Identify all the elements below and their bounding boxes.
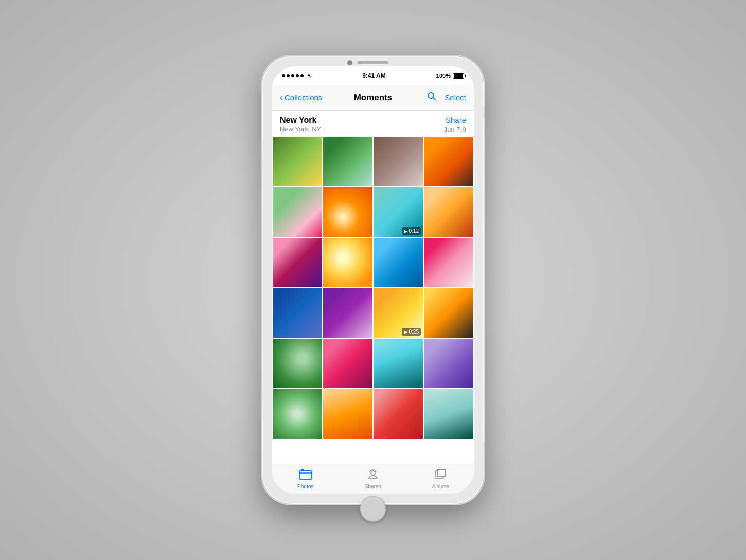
nav-actions: Select <box>427 92 466 103</box>
video-duration: 0:12 <box>409 228 419 234</box>
photo-thumbnail <box>424 339 473 388</box>
video-duration: 0:25 <box>409 329 419 335</box>
photo-cell[interactable] <box>424 187 473 237</box>
svg-rect-3 <box>301 469 304 471</box>
photos-tab-label: Photos <box>297 484 313 489</box>
battery-area: 100% <box>436 73 464 79</box>
signal-dot <box>300 74 304 77</box>
photo-thumbnail <box>273 339 322 388</box>
svg-point-4 <box>371 471 375 475</box>
tab-shared[interactable]: Shared <box>339 468 406 489</box>
photo-cell[interactable] <box>424 288 473 338</box>
photo-cell[interactable] <box>323 288 372 338</box>
photo-thumbnail <box>273 389 322 439</box>
photos-tab-icon <box>299 468 312 483</box>
photo-thumbnail <box>323 389 372 439</box>
photo-thumbnail <box>424 238 473 287</box>
video-duration-badge: ▶0:12 <box>402 227 421 235</box>
albums-tab-label: Albums <box>432 484 449 489</box>
page-title: Moments <box>354 93 393 103</box>
navigation-bar: ‹ Collections Moments Select <box>272 85 474 111</box>
moment-date: Jun 7-9 <box>444 126 466 133</box>
video-camera-icon: ▶ <box>404 329 407 335</box>
svg-rect-2 <box>299 471 312 479</box>
chevron-left-icon: ‹ <box>280 92 283 103</box>
shared-tab-icon <box>367 468 379 483</box>
photo-thumbnail <box>424 389 473 439</box>
photo-cell[interactable] <box>273 137 322 186</box>
photo-thumbnail <box>424 187 473 237</box>
share-button[interactable]: Share <box>444 116 466 125</box>
photo-cell[interactable] <box>273 389 322 439</box>
search-button[interactable] <box>427 92 436 103</box>
moment-sublocation[interactable]: New York, NY › <box>280 125 325 133</box>
photo-cell[interactable] <box>424 389 473 439</box>
photo-cell[interactable] <box>424 137 473 186</box>
photo-thumbnail <box>424 137 473 186</box>
video-camera-icon: ▶ <box>404 229 407 234</box>
photo-cell[interactable] <box>424 339 473 388</box>
photo-thumbnail <box>323 137 372 186</box>
photo-thumbnail <box>374 389 423 439</box>
photo-thumbnail <box>323 288 372 338</box>
moment-city: New York <box>280 116 325 125</box>
moments-content: New York New York, NY › Share Jun 7-9 ▶0… <box>272 111 474 464</box>
tab-photos[interactable]: Photos <box>272 468 339 489</box>
photo-cell[interactable] <box>374 238 423 287</box>
photo-cell[interactable] <box>273 187 322 237</box>
phone-screen: ∿ 9:41 AM 100% ‹ Collections Moments <box>272 66 474 494</box>
svg-rect-6 <box>437 469 446 477</box>
tab-bar: PhotosSharedAlbums <box>272 464 474 494</box>
phone-camera <box>347 60 352 65</box>
battery-icon <box>453 73 464 79</box>
back-label: Collections <box>285 93 322 102</box>
photo-grid: ▶0:12▶0:25 <box>272 137 474 439</box>
home-button[interactable] <box>360 496 386 522</box>
chevron-right-icon: › <box>323 126 325 132</box>
photo-cell[interactable]: ▶0:25 <box>374 288 423 338</box>
photo-cell[interactable] <box>323 187 372 237</box>
photo-thumbnail <box>273 238 322 287</box>
moment-header: New York New York, NY › Share Jun 7-9 <box>272 111 474 137</box>
svg-line-1 <box>433 98 436 100</box>
signal-dot <box>282 74 285 77</box>
status-time: 9:41 AM <box>362 72 386 79</box>
photo-cell[interactable] <box>323 339 372 388</box>
albums-tab-icon <box>434 468 447 483</box>
photo-thumbnail <box>273 288 322 338</box>
signal-dot <box>291 74 294 77</box>
back-button[interactable]: ‹ Collections <box>280 92 322 103</box>
video-duration-badge: ▶0:25 <box>402 328 421 336</box>
battery-fill <box>454 74 463 78</box>
photo-cell[interactable] <box>273 339 322 388</box>
photo-cell[interactable] <box>323 238 372 287</box>
photo-thumbnail <box>424 288 473 338</box>
photo-thumbnail <box>374 339 423 388</box>
photo-thumbnail <box>323 238 372 287</box>
shared-tab-label: Shared <box>365 484 381 489</box>
select-button[interactable]: Select <box>445 93 466 102</box>
wifi-icon: ∿ <box>307 73 312 79</box>
photo-cell[interactable] <box>273 238 322 287</box>
photo-cell[interactable] <box>374 137 423 186</box>
photo-cell[interactable] <box>424 238 473 287</box>
tab-albums[interactable]: Albums <box>407 468 474 489</box>
moment-location: New York New York, NY › <box>280 116 325 133</box>
moment-meta: Share Jun 7-9 <box>444 116 466 134</box>
photo-cell[interactable] <box>323 389 372 439</box>
photo-thumbnail <box>273 187 322 237</box>
signal-area: ∿ <box>282 73 312 79</box>
photo-thumbnail <box>323 187 372 237</box>
photo-thumbnail <box>323 339 372 388</box>
photo-cell[interactable] <box>374 389 423 439</box>
phone-speaker <box>358 61 388 64</box>
photo-thumbnail <box>374 137 423 186</box>
photo-thumbnail <box>273 137 322 186</box>
signal-dot <box>287 74 290 77</box>
photo-cell[interactable] <box>323 137 372 186</box>
photo-cell[interactable]: ▶0:12 <box>374 187 423 237</box>
photo-cell[interactable] <box>273 288 322 338</box>
photo-thumbnail <box>374 238 423 287</box>
photo-cell[interactable] <box>374 339 423 388</box>
status-bar: ∿ 9:41 AM 100% <box>272 66 474 85</box>
